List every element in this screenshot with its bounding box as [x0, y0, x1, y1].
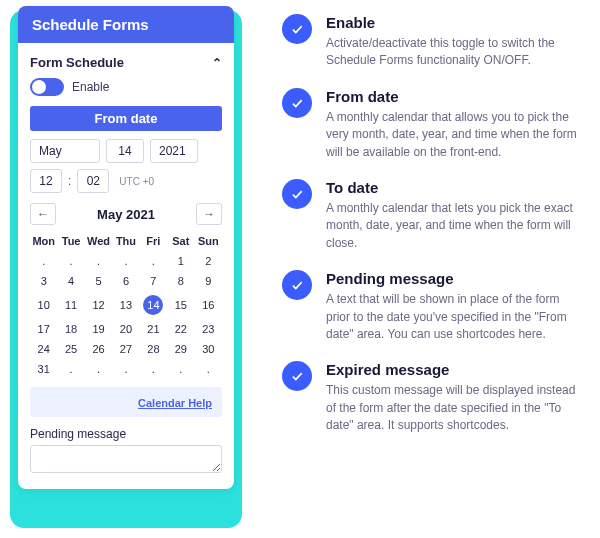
chevron-up-icon: ⌃: [212, 56, 222, 70]
calendar-day: .: [112, 359, 139, 379]
year-input[interactable]: 2021: [150, 139, 198, 163]
card-frame: Schedule Forms Form Schedule ⌃ Enable Fr…: [10, 10, 242, 528]
calendar-grid: MonTueWedThuFriSatSun .....1234567891011…: [30, 231, 222, 379]
calendar-day: .: [140, 359, 167, 379]
calendar-day[interactable]: 4: [57, 271, 84, 291]
calendar-day: .: [167, 359, 194, 379]
calendar-day: .: [195, 359, 222, 379]
feature-desc: A text that will be shown in place of th…: [326, 291, 582, 343]
check-icon: [282, 361, 312, 391]
calendar-day[interactable]: 14: [140, 291, 167, 319]
section-title: Form Schedule: [30, 55, 124, 70]
check-icon: [282, 88, 312, 118]
calendar-help-link[interactable]: Calendar Help: [138, 397, 212, 409]
calendar-dow: Sat: [167, 231, 194, 251]
calendar-day[interactable]: 27: [112, 339, 139, 359]
calendar-day[interactable]: 1: [167, 251, 194, 271]
calendar-day[interactable]: 30: [195, 339, 222, 359]
calendar-day: .: [112, 251, 139, 271]
calendar-dow: Thu: [112, 231, 139, 251]
hour-input[interactable]: 12: [30, 169, 62, 193]
calendar-day[interactable]: 17: [30, 319, 57, 339]
feature-desc: A monthly calendar that lets you pick th…: [326, 200, 582, 252]
calendar-day: .: [57, 251, 84, 271]
feature-title: Expired message: [326, 361, 582, 378]
check-icon: [282, 14, 312, 44]
calendar-title: May 2021: [97, 207, 155, 222]
calendar-day[interactable]: 3: [30, 271, 57, 291]
calendar-day[interactable]: 23: [195, 319, 222, 339]
feature-desc: A monthly calendar that allows you to pi…: [326, 109, 582, 161]
month-input[interactable]: May: [30, 139, 100, 163]
calendar-day: .: [85, 251, 112, 271]
feature-title: Pending message: [326, 270, 582, 287]
calendar-day[interactable]: 21: [140, 319, 167, 339]
calendar-day[interactable]: 2: [195, 251, 222, 271]
feature-item: To dateA monthly calendar that lets you …: [282, 179, 582, 252]
feature-title: To date: [326, 179, 582, 196]
calendar-day: .: [85, 359, 112, 379]
calendar-day[interactable]: 22: [167, 319, 194, 339]
calendar-day[interactable]: 25: [57, 339, 84, 359]
check-icon: [282, 179, 312, 209]
day-input[interactable]: 14: [106, 139, 144, 163]
calendar-dow: Mon: [30, 231, 57, 251]
feature-title: From date: [326, 88, 582, 105]
calendar-dow: Sun: [195, 231, 222, 251]
utc-label: UTC +0: [115, 172, 158, 191]
time-colon: :: [68, 174, 71, 188]
calendar-day[interactable]: 19: [85, 319, 112, 339]
feature-item: EnableActivate/deactivate this toggle to…: [282, 14, 582, 70]
calendar-day[interactable]: 10: [30, 291, 57, 319]
calendar-help-row: Calendar Help: [30, 387, 222, 417]
calendar-day[interactable]: 11: [57, 291, 84, 319]
calendar-day[interactable]: 24: [30, 339, 57, 359]
enable-toggle-label: Enable: [72, 80, 109, 94]
card-title: Schedule Forms: [18, 6, 234, 43]
calendar-dow: Fri: [140, 231, 167, 251]
calendar-day[interactable]: 9: [195, 271, 222, 291]
calendar-day[interactable]: 5: [85, 271, 112, 291]
feature-desc: This custom message will be displayed in…: [326, 382, 582, 434]
calendar-day[interactable]: 16: [195, 291, 222, 319]
calendar-day[interactable]: 15: [167, 291, 194, 319]
calendar-day[interactable]: 26: [85, 339, 112, 359]
calendar-day[interactable]: 7: [140, 271, 167, 291]
calendar-day[interactable]: 13: [112, 291, 139, 319]
schedule-forms-card: Schedule Forms Form Schedule ⌃ Enable Fr…: [18, 6, 234, 489]
feature-item: From dateA monthly calendar that allows …: [282, 88, 582, 161]
minute-input[interactable]: 02: [77, 169, 109, 193]
check-icon: [282, 270, 312, 300]
calendar-day[interactable]: 8: [167, 271, 194, 291]
feature-title: Enable: [326, 14, 582, 31]
calendar-dow: Wed: [85, 231, 112, 251]
calendar-day[interactable]: 18: [57, 319, 84, 339]
calendar-day[interactable]: 31: [30, 359, 57, 379]
calendar-dow: Tue: [57, 231, 84, 251]
section-header[interactable]: Form Schedule ⌃: [30, 51, 222, 76]
pending-message-input[interactable]: [30, 445, 222, 473]
calendar-day: .: [30, 251, 57, 271]
feature-item: Expired messageThis custom message will …: [282, 361, 582, 434]
calendar-day[interactable]: 6: [112, 271, 139, 291]
feature-item: Pending messageA text that will be shown…: [282, 270, 582, 343]
feature-desc: Activate/deactivate this toggle to switc…: [326, 35, 582, 70]
calendar-day[interactable]: 28: [140, 339, 167, 359]
next-month-button[interactable]: →: [196, 203, 222, 225]
calendar-day[interactable]: 12: [85, 291, 112, 319]
from-date-tab[interactable]: From date: [30, 106, 222, 131]
features-list: EnableActivate/deactivate this toggle to…: [282, 10, 582, 528]
calendar-day[interactable]: 29: [167, 339, 194, 359]
calendar-day[interactable]: 20: [112, 319, 139, 339]
calendar-day: .: [140, 251, 167, 271]
calendar-day: .: [57, 359, 84, 379]
pending-message-label: Pending message: [30, 427, 222, 441]
enable-toggle[interactable]: [30, 78, 64, 96]
prev-month-button[interactable]: ←: [30, 203, 56, 225]
